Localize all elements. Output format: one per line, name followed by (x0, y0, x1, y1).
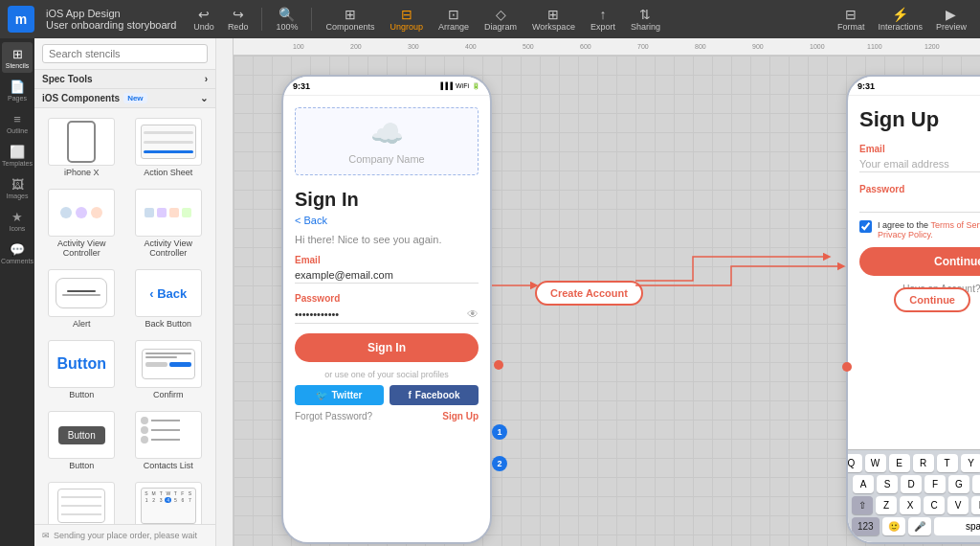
key-x[interactable]: X (900, 496, 921, 514)
stencil-context-menu[interactable]: Context Menu (40, 478, 123, 524)
signin-email-input[interactable]: example@email.com (295, 267, 479, 284)
arrange-button[interactable]: ⊡ Arrange (433, 6, 475, 34)
format-button[interactable]: ⊟ Format (832, 6, 871, 34)
images-icon: 🖼 (11, 177, 24, 192)
redo-button[interactable]: ↪ Redo (222, 6, 255, 34)
sidebar-item-pages[interactable]: 📄 Pages (2, 75, 33, 105)
continue-ext-button[interactable]: Continue (894, 287, 970, 312)
stencil-date-picker[interactable]: SMTWTFS 1234567 Date Picker (127, 478, 211, 524)
signin-password-input[interactable]: •••••••••••• 👁 (295, 306, 479, 324)
sidebar-item-images[interactable]: 🖼 Images (2, 172, 33, 203)
icons-icon: ★ (11, 210, 23, 224)
sidebar-item-templates[interactable]: ⬜ Templates (2, 140, 33, 171)
key-s[interactable]: S (877, 475, 898, 493)
key-emoji[interactable]: 🙂 (882, 517, 905, 535)
create-account-button[interactable]: Create Account (535, 281, 643, 306)
sidebar-item-comments[interactable]: 💬 Comments (2, 238, 33, 268)
spec-tools-section[interactable]: Spec Tools › (34, 70, 215, 89)
stencil-activity-2[interactable]: Activity View Controller (127, 185, 211, 262)
ios-components-section[interactable]: iOS Components New ⌄ (34, 89, 215, 108)
sharing-button[interactable]: ⇅ Sharing (625, 6, 666, 34)
facebook-button[interactable]: f Facebook (390, 385, 479, 405)
continue-button[interactable]: Continue (859, 247, 980, 276)
stencil-confirm-preview (135, 340, 202, 388)
signin-button[interactable]: Sign In (295, 333, 479, 362)
privacy-link[interactable]: Privacy Policy. (878, 230, 933, 239)
search-area (34, 38, 215, 70)
forgot-password-link[interactable]: Forgot Password? (295, 411, 372, 421)
key-r[interactable]: R (913, 454, 934, 472)
sidebar-item-icons[interactable]: ★ Icons (2, 205, 33, 236)
spec-tools-label: Spec Tools (42, 74, 93, 84)
back-button[interactable]: < Back (295, 215, 479, 226)
interactions-button[interactable]: ⚡ Interactions (872, 6, 928, 34)
ungroup-button[interactable]: ⊟ Ungroup (384, 6, 429, 34)
cloud-icon: ☁️ (370, 118, 404, 149)
preview-button[interactable]: ▶ Preview (930, 6, 972, 34)
pages-icon: 📄 (10, 80, 25, 94)
key-a[interactable]: A (853, 475, 874, 493)
key-mic[interactable]: 🎤 (908, 517, 931, 535)
key-z[interactable]: Z (876, 496, 897, 514)
vertical-ruler (216, 38, 234, 546)
section-arrow: › (205, 74, 208, 84)
signup-email-input[interactable]: Your email address (859, 156, 980, 172)
stencil-iphone-x[interactable]: iPhone X (40, 114, 123, 181)
separator (261, 8, 262, 31)
step-2-circle: 2 (492, 456, 507, 471)
signin-title: Sign In (295, 189, 479, 211)
stencil-button-gray[interactable]: Button Button (40, 407, 123, 474)
stencil-button-gray-preview: Button (48, 411, 115, 459)
battery-icon: 🔋 (472, 82, 480, 90)
signin-status-bar: 9:31 ▐▐▐ WiFi 🔋 (283, 77, 490, 96)
zoom-control[interactable]: 🔍 100% (270, 6, 303, 34)
canvas-area[interactable]: 100 200 300 400 500 600 700 800 900 1000… (216, 38, 980, 546)
signin-phone[interactable]: 9:31 ▐▐▐ WiFi 🔋 ☁️ Company Name Sign In (281, 75, 492, 544)
undo-button[interactable]: ↩ Undo (188, 6, 220, 34)
key-d[interactable]: D (901, 475, 922, 493)
search-input[interactable] (42, 44, 208, 63)
key-y[interactable]: Y (961, 454, 981, 472)
export-button[interactable]: ↑ Export (585, 6, 621, 34)
stencil-back-button[interactable]: ‹ Back Back Button (127, 265, 211, 332)
sidebar-item-stencils[interactable]: ⊞ Stencils (2, 42, 33, 73)
terms-checkbox[interactable] (859, 220, 872, 233)
key-v[interactable]: V (947, 496, 969, 514)
stencil-confirm[interactable]: Confirm (127, 336, 211, 403)
stencil-activity-1[interactable]: Activity View Controller (40, 185, 123, 262)
signin-email-label: Email (295, 255, 479, 265)
signup-password-input[interactable]: ​ (859, 196, 980, 213)
stencil-contacts-list-label: Contacts List (144, 461, 193, 470)
keyboard: Q W E R T Y U I O P A (848, 449, 980, 542)
key-shift[interactable]: ⇧ (852, 496, 873, 514)
terms-link[interactable]: Terms of Services (930, 220, 980, 230)
signup-email-label: Email (859, 144, 980, 154)
sidebar-item-outline[interactable]: ≡ Outline (2, 107, 33, 138)
diagram-button[interactable]: ◇ Diagram (479, 6, 523, 34)
key-e[interactable]: E (889, 454, 910, 472)
signin-phone-body: ☁️ Company Name Sign In < Back Hi there!… (283, 96, 490, 542)
toolbar: m iOS App Design User onboarding storybo… (0, 0, 980, 38)
stencil-iphone-x-preview (48, 118, 115, 166)
key-c[interactable]: C (924, 496, 945, 514)
key-q[interactable]: Q (846, 454, 862, 472)
components-button[interactable]: ⊞ Components (320, 6, 380, 34)
key-w[interactable]: W (865, 454, 886, 472)
stencil-action-sheet[interactable]: Action Sheet (127, 114, 211, 181)
key-t[interactable]: T (937, 454, 958, 472)
stencil-contacts-list[interactable]: Contacts List (127, 407, 211, 474)
workspace-button[interactable]: ⊞ Workspace (526, 6, 581, 34)
zoom-icon: 🔍 (278, 8, 295, 21)
canvas-content[interactable]: 9:31 ▐▐▐ WiFi 🔋 ☁️ Company Name Sign In (234, 56, 980, 546)
key-h[interactable]: H (972, 475, 980, 493)
key-f[interactable]: F (924, 475, 946, 493)
key-g[interactable]: G (948, 475, 969, 493)
key-space[interactable]: space (934, 517, 980, 535)
twitter-button[interactable]: 🐦 Twitter (295, 385, 384, 405)
social-buttons: 🐦 Twitter f Facebook (295, 385, 479, 405)
stencil-alert[interactable]: Alert (40, 265, 123, 332)
stencil-button-blue[interactable]: Button Button (40, 336, 123, 403)
key-123[interactable]: 123 (852, 517, 880, 535)
signup-link[interactable]: Sign Up (442, 411, 479, 421)
key-b[interactable]: B (971, 496, 980, 514)
